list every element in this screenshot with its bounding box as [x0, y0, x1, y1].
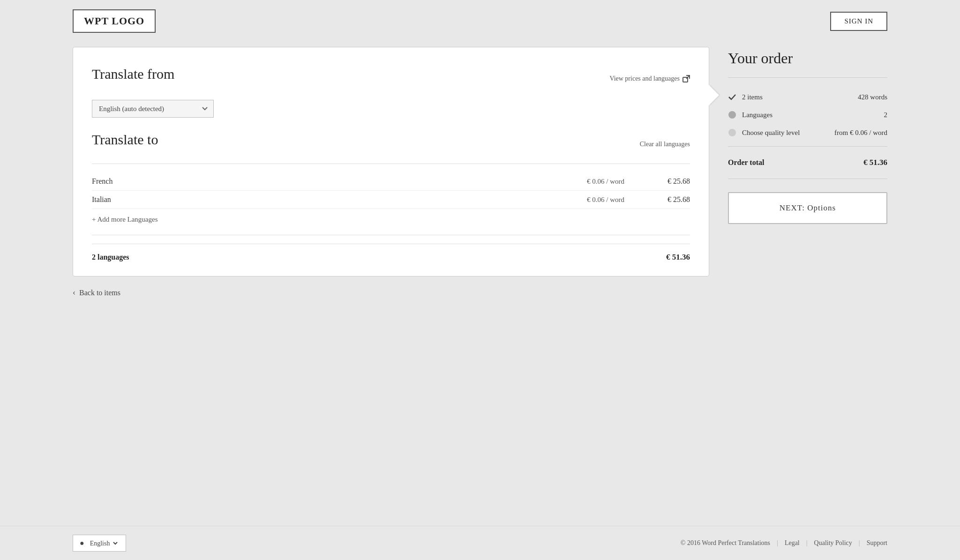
- footer-quality-policy-link[interactable]: Quality Policy: [814, 539, 852, 547]
- language-rate-french: € 0.06 / word: [568, 178, 643, 186]
- footer-copyright: © 2016 Word Perfect Translations: [681, 539, 770, 547]
- footer: ● English French Spanish German © 2016 W…: [0, 526, 960, 560]
- footer-language-select[interactable]: English French Spanish German: [88, 539, 119, 547]
- language-total-french: € 25.68: [643, 177, 690, 186]
- order-items-value: 428 words: [858, 93, 887, 101]
- back-chevron-icon: ‹: [73, 288, 75, 298]
- header: WPT LOGO SIGN IN: [0, 0, 960, 42]
- order-languages-value: 2: [884, 111, 888, 119]
- language-total-italian: € 25.68: [643, 195, 690, 204]
- view-prices-link[interactable]: View prices and languages: [609, 75, 690, 82]
- external-link-icon: [682, 75, 690, 82]
- view-prices-label: View prices and languages: [609, 75, 680, 82]
- table-row: French € 0.06 / word € 25.68: [92, 172, 690, 191]
- order-items-label: 2 items: [742, 93, 852, 101]
- footer-links: © 2016 Word Perfect Translations | Legal…: [681, 539, 887, 547]
- order-quality-value: from € 0.06 / word: [834, 129, 887, 137]
- language-name-italian: Italian: [92, 195, 568, 204]
- translate-from-title: Translate from: [92, 66, 174, 82]
- footer-sep-2: |: [806, 539, 808, 547]
- globe-icon: ●: [80, 539, 84, 547]
- table-row: Italian € 0.06 / word € 25.68: [92, 191, 690, 209]
- order-title: Your order: [728, 47, 887, 67]
- order-item-items: 2 items 428 words: [728, 88, 887, 106]
- check-icon: [728, 93, 736, 101]
- order-total-divider: [728, 146, 887, 147]
- main-container: Translate from View prices and languages…: [0, 47, 960, 276]
- translate-card: Translate from View prices and languages…: [73, 47, 709, 276]
- footer-legal-link[interactable]: Legal: [785, 539, 800, 547]
- language-rate-italian: € 0.06 / word: [568, 196, 643, 204]
- translate-to-divider: [92, 164, 690, 164]
- next-options-button[interactable]: NEXT: Options: [728, 192, 887, 224]
- footer-language-selector[interactable]: ● English French Spanish German: [73, 535, 126, 552]
- footer-sep-3: |: [859, 539, 860, 547]
- order-total-label: Order total: [728, 158, 764, 167]
- total-divider: [92, 235, 690, 235]
- clear-all-languages-link[interactable]: Clear all languages: [640, 141, 690, 148]
- sign-in-button[interactable]: SIGN IN: [830, 12, 887, 31]
- order-top-divider: [728, 77, 887, 78]
- add-languages-link[interactable]: + Add more Languages: [92, 209, 690, 230]
- translate-to-title: Translate to: [92, 132, 158, 148]
- footer-support-link[interactable]: Support: [867, 539, 887, 547]
- logo: WPT LOGO: [73, 9, 156, 33]
- order-item-languages: Languages 2: [728, 106, 887, 124]
- footer-sep-1: |: [777, 539, 778, 547]
- languages-total-label: 2 languages: [92, 253, 129, 261]
- order-item-quality: Choose quality level from € 0.06 / word: [728, 124, 887, 142]
- back-to-items-link[interactable]: ‹ Back to items: [73, 276, 960, 309]
- languages-total-row: 2 languages € 51.36: [92, 244, 690, 276]
- source-language-select[interactable]: English (auto detected) French Spanish G…: [92, 100, 214, 118]
- order-languages-label: Languages: [742, 111, 878, 119]
- quality-status-icon: [728, 128, 736, 137]
- back-to-items-label: Back to items: [79, 289, 120, 297]
- order-total-value: € 51.36: [863, 158, 887, 167]
- order-quality-label: Choose quality level: [742, 129, 829, 137]
- languages-status-icon: [728, 111, 736, 119]
- order-panel: Your order 2 items 428 words Languages 2…: [728, 47, 887, 276]
- translate-to-header: Translate to Clear all languages: [92, 132, 690, 157]
- languages-total-amount: € 51.36: [666, 253, 690, 262]
- translate-from-header: Translate from View prices and languages: [92, 66, 690, 91]
- language-name-french: French: [92, 177, 568, 186]
- order-total-row: Order total € 51.36: [728, 151, 887, 174]
- language-rows: French € 0.06 / word € 25.68 Italian € 0…: [92, 172, 690, 209]
- order-bottom-divider: [728, 179, 887, 179]
